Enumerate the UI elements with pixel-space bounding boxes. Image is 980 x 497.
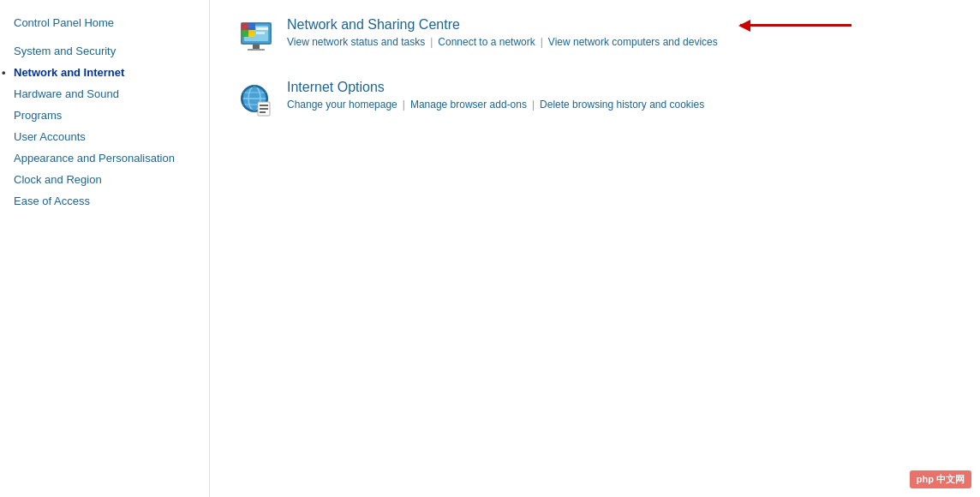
network-sharing-body: Network and Sharing CentreView network s… [287, 17, 718, 48]
sidebar-item-network-internet[interactable]: Network and Internet [9, 63, 200, 82]
watermark-label: php 中文网 [917, 474, 965, 484]
main-container: Control Panel Home System and SecurityNe… [0, 0, 980, 497]
svg-rect-5 [256, 32, 265, 34]
internet-options-body: Internet OptionsChange your homepage|Man… [287, 80, 704, 111]
network-sharing-icon [236, 17, 277, 58]
sidebar-item-clock-region[interactable]: Clock and Region [9, 170, 200, 189]
separator: | [532, 99, 535, 111]
sidebar-item-user-accounts[interactable]: User Accounts [9, 127, 200, 147]
svg-rect-8 [242, 23, 248, 30]
svg-rect-11 [248, 30, 255, 37]
svg-rect-20 [260, 105, 268, 106]
sidebar-item-hardware-sound[interactable]: Hardware and Sound [9, 84, 200, 104]
svg-rect-9 [248, 23, 255, 30]
internet-options-title[interactable]: Internet Options [287, 80, 704, 95]
separator: | [541, 36, 543, 48]
svg-rect-10 [242, 30, 248, 37]
link-view-computers[interactable]: View network computers and devices [548, 36, 718, 48]
svg-rect-21 [260, 108, 268, 110]
section-network-sharing: Network and Sharing CentreView network s… [236, 17, 954, 58]
network-sharing-links: View network status and tasks|Connect to… [287, 36, 718, 48]
svg-rect-22 [260, 111, 266, 113]
arrow-annotation [740, 24, 852, 27]
section-internet-options: Internet OptionsChange your homepage|Man… [236, 80, 954, 121]
link-view-network-status[interactable]: View network status and tasks [287, 36, 425, 48]
internet-options-icon [236, 80, 277, 121]
sidebar-item-programs[interactable]: Programs [9, 105, 200, 125]
sidebar: Control Panel Home System and SecurityNe… [0, 0, 210, 497]
svg-rect-4 [256, 27, 268, 30]
link-change-homepage[interactable]: Change your homepage [287, 99, 397, 111]
sidebar-home[interactable]: Control Panel Home [9, 13, 200, 33]
watermark: php 中文网 [910, 470, 971, 488]
link-connect-to-network[interactable]: Connect to a network [438, 36, 535, 48]
separator: | [430, 36, 433, 48]
sidebar-item-ease-of-access[interactable]: Ease of Access [9, 191, 200, 211]
svg-rect-6 [253, 45, 260, 49]
link-manage-addons[interactable]: Manage browser add-ons [410, 99, 527, 111]
sidebar-item-system-security[interactable]: System and Security [9, 41, 200, 61]
svg-rect-7 [248, 49, 265, 51]
link-delete-history[interactable]: Delete browsing history and cookies [540, 99, 704, 111]
separator: | [403, 99, 405, 111]
sidebar-item-appearance-personalisation[interactable]: Appearance and Personalisation [9, 148, 200, 168]
main-content: Network and Sharing CentreView network s… [210, 0, 980, 497]
internet-options-links: Change your homepage|Manage browser add-… [287, 99, 704, 111]
network-sharing-title[interactable]: Network and Sharing Centre [287, 17, 718, 33]
